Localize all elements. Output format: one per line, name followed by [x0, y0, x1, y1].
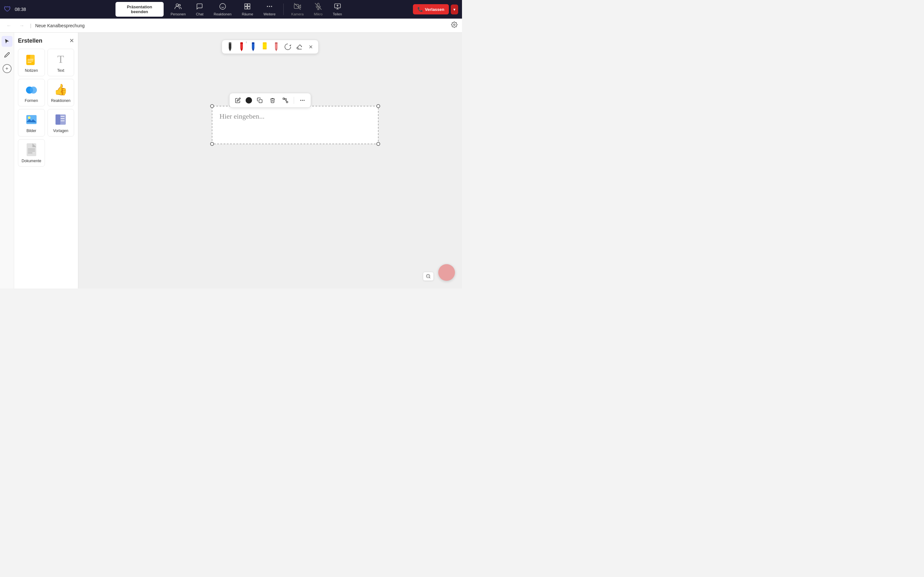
grid-item-reaktionen[interactable]: 👍 Reaktionen: [47, 79, 74, 106]
svg-rect-52: [275, 42, 278, 44]
side-panel-close-button[interactable]: ✕: [69, 37, 74, 44]
nav-item-teilen[interactable]: Teilen: [328, 1, 347, 18]
svg-rect-27: [26, 115, 37, 124]
svg-rect-46: [252, 42, 254, 44]
nav-item-mikro[interactable]: Mikro: [309, 1, 327, 18]
left-toolbar: +: [0, 33, 14, 288]
select-tool-button[interactable]: [2, 36, 13, 47]
mikro-icon: [315, 3, 322, 11]
svg-marker-45: [252, 49, 254, 51]
svg-point-57: [300, 100, 301, 101]
main-layout: + Erstellen ✕ Notizen: [0, 33, 462, 288]
pen-pink-tool[interactable]: [271, 42, 281, 52]
grid-item-vorlagen[interactable]: Vorlagen: [47, 109, 74, 137]
drawing-toolbar-close-button[interactable]: ✕: [306, 42, 315, 51]
shield-icon: 🛡: [4, 5, 11, 13]
grid-item-text[interactable]: T Text: [47, 49, 74, 76]
nav-item-kamera[interactable]: Kamera: [287, 1, 309, 18]
panel-title: Erstellen: [18, 37, 42, 44]
top-bar: 🛡 08:38 Präsentation beenden Personen: [0, 0, 462, 19]
svg-rect-40: [229, 42, 231, 44]
top-bar-left: 🛡 08:38: [4, 5, 26, 13]
obj-delete-button[interactable]: [268, 95, 278, 105]
obj-copy-button[interactable]: [255, 95, 265, 105]
svg-rect-34: [27, 143, 36, 156]
text-box-content[interactable]: Hier eingeben...: [220, 112, 371, 121]
object-toolbar: [229, 93, 311, 108]
grid-item-formen[interactable]: Formen: [18, 79, 45, 106]
grid-item-dokumente[interactable]: Dokumente: [18, 139, 45, 167]
nav-item-reaktionen[interactable]: Reaktionen: [209, 1, 236, 18]
reaktionen-side-icon: 👍: [53, 82, 68, 97]
svg-rect-7: [248, 6, 250, 9]
svg-point-0: [176, 3, 178, 6]
forward-button[interactable]: →: [17, 21, 26, 30]
handle-bottom-right[interactable]: [376, 142, 380, 146]
lasso-tool[interactable]: [283, 42, 292, 52]
chat-icon: [196, 3, 203, 11]
text-box[interactable]: Hier eingeben...: [212, 106, 379, 144]
kamera-label: Kamera: [291, 12, 304, 16]
side-panel-header: Erstellen ✕: [18, 37, 74, 44]
reaktionen-nav-label: Reaktionen: [214, 12, 232, 16]
svg-point-1: [179, 4, 181, 6]
text-label: Text: [57, 68, 64, 73]
handle-top-left[interactable]: [210, 104, 214, 108]
vorlagen-icon: [53, 113, 68, 127]
pen-red-tool[interactable]: ↑: [237, 42, 246, 52]
time-display: 08:38: [15, 7, 26, 12]
leave-chevron-button[interactable]: ▾: [451, 5, 458, 15]
obj-toolbar-separator: [294, 97, 294, 104]
canvas-area[interactable]: ↑: [78, 33, 462, 288]
top-bar-right: 📞 Verlassen ▾: [413, 4, 458, 15]
svg-point-18: [454, 24, 455, 26]
leave-button[interactable]: 📞 Verlassen: [413, 4, 449, 15]
formen-label: Formen: [25, 98, 38, 103]
dokumente-icon: [24, 143, 39, 157]
nav-item-raeume[interactable]: Räume: [237, 1, 258, 18]
add-tool-button[interactable]: +: [3, 64, 11, 73]
raeume-label: Räume: [242, 12, 253, 16]
top-bar-center: Präsentation beenden Personen: [115, 1, 347, 18]
personen-icon: [174, 3, 182, 11]
chat-label: Chat: [196, 12, 204, 16]
svg-point-26: [30, 87, 37, 93]
marker-yellow-tool[interactable]: [260, 42, 270, 52]
end-presentation-button[interactable]: Präsentation beenden: [115, 2, 164, 17]
svg-line-56: [284, 99, 286, 101]
handle-top-right[interactable]: [376, 104, 380, 108]
nav-item-chat[interactable]: Chat: [192, 1, 208, 18]
obj-edit-button[interactable]: [233, 95, 243, 105]
teilen-label: Teilen: [333, 12, 342, 16]
handle-bottom-left[interactable]: [210, 142, 214, 146]
draw-tool-button[interactable]: [2, 49, 13, 60]
obj-connect-button[interactable]: [280, 95, 291, 105]
nav-item-personen[interactable]: Personen: [166, 1, 190, 18]
svg-rect-8: [245, 6, 247, 9]
obj-color-button[interactable]: [246, 97, 252, 103]
pen-blue-tool[interactable]: [248, 42, 258, 52]
weitere-icon: [266, 3, 273, 11]
settings-area: [451, 21, 457, 29]
settings-icon[interactable]: [451, 23, 457, 29]
raeume-icon: [244, 3, 251, 11]
svg-point-10: [269, 6, 270, 7]
text-icon: T: [53, 52, 68, 66]
vorlagen-label: Vorlagen: [53, 129, 68, 133]
eraser-tool[interactable]: [294, 42, 304, 52]
svg-rect-30: [55, 114, 60, 125]
obj-more-button[interactable]: [297, 95, 308, 105]
nav-divider: [283, 3, 284, 15]
grid-item-bilder[interactable]: Bilder: [18, 109, 45, 137]
teilen-icon: [334, 3, 341, 11]
back-button[interactable]: ←: [5, 21, 13, 30]
svg-point-28: [28, 116, 31, 119]
grid-item-notizen[interactable]: Notizen: [18, 49, 45, 76]
drawing-toolbar: ↑: [222, 40, 318, 54]
pen-black-tool[interactable]: [225, 42, 235, 52]
nav-item-weitere[interactable]: Weitere: [259, 1, 280, 18]
zoom-control[interactable]: [423, 272, 434, 281]
dokumente-label: Dokumente: [21, 159, 41, 163]
svg-rect-53: [259, 100, 262, 103]
svg-rect-5: [245, 3, 247, 6]
